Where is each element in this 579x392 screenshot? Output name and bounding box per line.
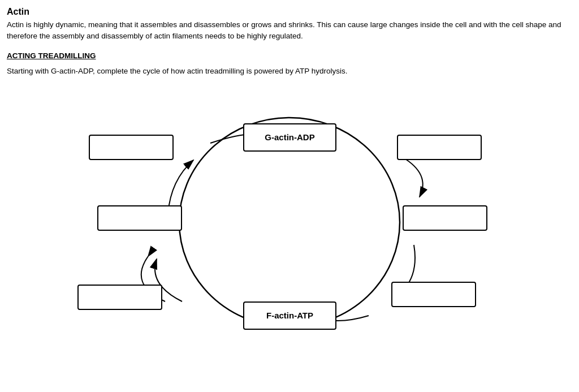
- diagram-area: G-actin-ADP F-actin-ATP: [35, 92, 544, 341]
- page-title: Actin: [7, 7, 572, 17]
- g-actin-box: G-actin-ADP: [243, 123, 336, 152]
- blank-box-mid-left[interactable]: [97, 205, 182, 231]
- f-actin-box: F-actin-ATP: [243, 301, 336, 330]
- intro-text: Actin is highly dynamic, meaning that it…: [7, 19, 572, 42]
- blank-box-top-left[interactable]: [89, 135, 174, 160]
- blank-box-mid-right[interactable]: [403, 205, 487, 231]
- blank-box-bottom-left[interactable]: [77, 285, 162, 310]
- blank-box-bottom-right[interactable]: [391, 282, 476, 307]
- prompt-text: Starting with G-actin-ADP, complete the …: [7, 67, 572, 75]
- section-heading: ACTING TREADMILLING: [7, 51, 572, 60]
- blank-box-top-right[interactable]: [397, 135, 482, 160]
